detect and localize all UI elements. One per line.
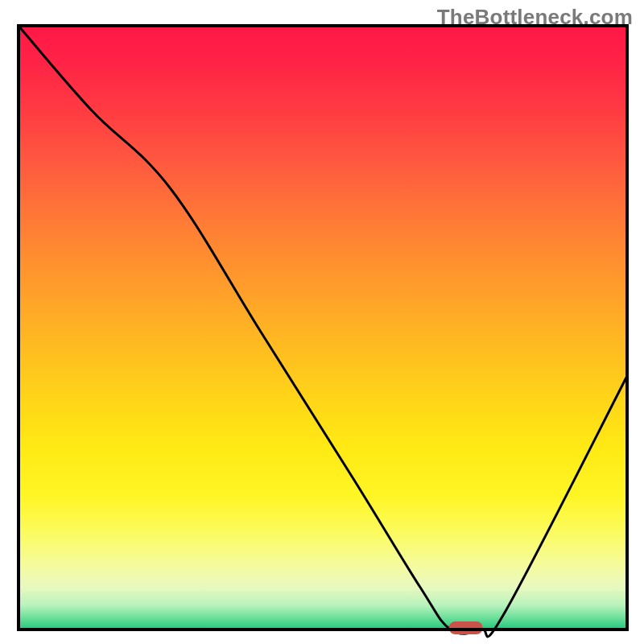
chart-stage: TheBottleneck.com (0, 0, 644, 644)
gradient-background (19, 26, 627, 630)
bottleneck-chart (0, 0, 644, 644)
